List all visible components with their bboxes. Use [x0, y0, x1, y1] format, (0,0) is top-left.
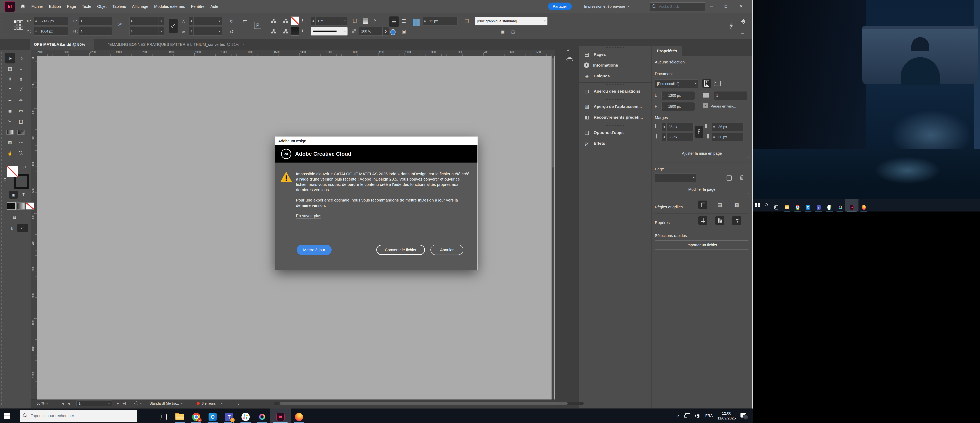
- close-button[interactable]: ×: [736, 2, 746, 10]
- unlink-dimensions-icon[interactable]: ☍: [116, 21, 125, 30]
- orientation-portrait-button[interactable]: [702, 79, 711, 88]
- style-override-icon[interactable]: ▣: [501, 29, 505, 34]
- scrollbar-thumb[interactable]: [552, 58, 554, 168]
- scissors-tool[interactable]: ✂: [5, 116, 15, 127]
- volume-icon[interactable]: [695, 413, 700, 418]
- gradient-feather-tool[interactable]: [16, 127, 26, 138]
- margin-top-field[interactable]: 36 px: [662, 123, 694, 131]
- stroke-style-dropdown[interactable]: [311, 27, 348, 36]
- gap-tool[interactable]: ↔: [16, 63, 26, 74]
- language-indicator[interactable]: FRA: [705, 413, 713, 418]
- menu-edition[interactable]: Edition: [49, 4, 61, 9]
- panel-item-effets[interactable]: fx Effets: [579, 138, 652, 149]
- maximize-button[interactable]: □: [721, 2, 731, 10]
- panel-grip[interactable]: [2, 15, 2, 37]
- rotate-ccw-icon[interactable]: ↺: [230, 29, 234, 35]
- scale-x-field[interactable]: [129, 17, 164, 25]
- taskbar-creative-cloud[interactable]: [254, 409, 270, 423]
- gpu-lightning-icon[interactable]: [730, 23, 733, 29]
- scale-y-stepper[interactable]: [130, 27, 134, 35]
- network-icon[interactable]: [684, 413, 690, 418]
- taskbar-search-input[interactable]: [30, 413, 125, 418]
- taskbar-firefox[interactable]: [291, 409, 307, 423]
- ruler-origin-corner[interactable]: [31, 50, 37, 56]
- wrap-around-bounding-box-button[interactable]: ☰: [389, 16, 399, 27]
- menu-fichier[interactable]: Fichier: [31, 4, 43, 9]
- taskbar-search[interactable]: [20, 410, 137, 422]
- link-margins-button[interactable]: [695, 126, 703, 138]
- free-transform-tool[interactable]: ◱: [16, 116, 26, 127]
- taskbar-teams[interactable]: T: [221, 409, 237, 423]
- constrain-scale-link-button[interactable]: ☍: [169, 19, 178, 33]
- menu-fenetre[interactable]: Fenêtre: [191, 4, 204, 9]
- gradient-swatch-tool[interactable]: [5, 127, 15, 138]
- taskbar2-teams[interactable]: T: [813, 199, 824, 211]
- panel-item-aplatissement[interactable]: ▨ Aperçu de l'aplatissem...: [579, 101, 652, 112]
- rectangle-tool[interactable]: ▭: [16, 106, 26, 116]
- stroke-color-none-swatch[interactable]: [291, 16, 299, 25]
- dialog-title-bar[interactable]: Adobe InDesign: [275, 137, 477, 145]
- pages-count-field[interactable]: 1: [714, 91, 747, 100]
- task-view-button[interactable]: [155, 409, 172, 423]
- add-page-icon[interactable]: +: [727, 176, 732, 181]
- start-button-2[interactable]: [752, 199, 762, 211]
- panel-item-pages[interactable]: ▤ Pages: [579, 49, 652, 60]
- select-next-icon[interactable]: [283, 29, 288, 34]
- zoom-level-dropdown[interactable]: 50 %: [37, 400, 48, 407]
- last-page-button[interactable]: ▶: [123, 402, 126, 405]
- width-field[interactable]: [79, 17, 112, 25]
- group-grip[interactable]: [579, 82, 652, 86]
- tray-chevron-icon[interactable]: ∧: [677, 413, 680, 418]
- select-previous-icon[interactable]: [271, 29, 276, 34]
- task-view-button-2[interactable]: [771, 199, 782, 211]
- action-center-icon[interactable]: 8: [740, 413, 747, 419]
- formatting-affects-container-button[interactable]: ▣: [9, 191, 18, 198]
- object-style-dropdown[interactable]: [Bloc graphique standard]: [475, 17, 547, 25]
- panel-item-separations[interactable]: ◫ Aperçu des séparations: [579, 86, 652, 97]
- home-icon[interactable]: [21, 4, 25, 9]
- pen-tool[interactable]: ✒: [5, 95, 15, 106]
- shear-stepper[interactable]: [189, 27, 194, 35]
- opacity-field[interactable]: 100 % ❯: [359, 27, 389, 36]
- taskbar2-file-explorer[interactable]: [782, 199, 792, 211]
- search-button-2[interactable]: [762, 199, 771, 211]
- edit-page-button[interactable]: Modifier la page: [655, 185, 749, 194]
- pencil-tool[interactable]: ✏: [16, 95, 26, 106]
- hand-tool[interactable]: ☝: [5, 148, 15, 158]
- page-number-dropdown-status[interactable]: 1: [76, 401, 112, 406]
- group-grip[interactable]: [579, 46, 652, 49]
- y-field[interactable]: 1064 px: [34, 27, 68, 36]
- fill-color-swatch[interactable]: [291, 27, 299, 36]
- y-stepper[interactable]: [34, 27, 38, 35]
- frame-fitting-icon[interactable]: ⬚: [465, 18, 469, 24]
- wrap-around-object-button[interactable]: ☰: [402, 18, 406, 24]
- show-rulers-button[interactable]: [698, 201, 707, 209]
- formatting-affects-text-button[interactable]: T: [19, 191, 28, 198]
- x-stepper[interactable]: [34, 17, 38, 25]
- frame-tool[interactable]: ⊠: [5, 106, 15, 116]
- taskbar-indesign[interactable]: Id: [270, 409, 291, 423]
- fill-swatch-expander[interactable]: ❯: [301, 29, 304, 32]
- panel-grip[interactable]: [1, 52, 2, 406]
- select-content-icon[interactable]: [283, 18, 288, 23]
- screen-mode-normal-button[interactable]: ▯: [8, 224, 16, 232]
- facing-pages-checkbox[interactable]: ✓: [703, 103, 708, 108]
- eyedropper-tool[interactable]: ✑: [16, 138, 26, 148]
- gutter-stepper[interactable]: [423, 17, 427, 25]
- margin-inside-stepper[interactable]: [712, 123, 716, 131]
- horizontal-ruler[interactable]: 24002300 22002100 20001900 18001700 1600…: [37, 50, 555, 56]
- menu-affichage[interactable]: Affichage: [132, 4, 148, 9]
- swap-fill-stroke-icon[interactable]: ⇄: [23, 165, 26, 170]
- apply-none-button[interactable]: [26, 203, 34, 209]
- type-tool[interactable]: T: [5, 85, 15, 95]
- selection-tool[interactable]: ►: [5, 53, 15, 63]
- update-button[interactable]: Mettre à jour: [297, 245, 332, 255]
- view-options-icon[interactable]: ▦: [10, 214, 19, 221]
- effects-fx-icon[interactable]: fx: [374, 18, 377, 23]
- lock-guides-button[interactable]: [715, 216, 724, 225]
- stroke-weight-stepper[interactable]: [311, 17, 315, 25]
- tab-proprietes[interactable]: Propriétés: [652, 46, 682, 56]
- panel-item-calques[interactable]: ◈ Calques: [579, 70, 652, 81]
- close-tab-icon[interactable]: ×: [88, 42, 90, 47]
- scale-y-field[interactable]: [129, 27, 164, 36]
